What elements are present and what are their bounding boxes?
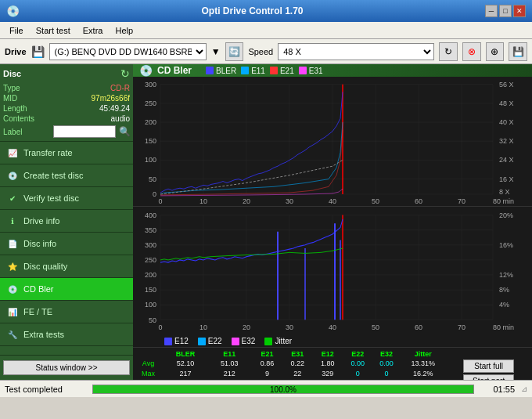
menu-help[interactable]: Help [109, 24, 139, 37]
legend-e22-dot [198, 338, 206, 345]
stats-buttons: Start full Start part [445, 359, 532, 380]
sidebar-item-fe-te[interactable]: 📊 FE / TE [0, 301, 133, 323]
maximize-button[interactable]: □ [499, 5, 512, 17]
stats-header-empty [133, 349, 164, 359]
svg-text:70: 70 [458, 323, 466, 331]
stats-avg-bler: 52.10 [164, 359, 207, 369]
minimize-button[interactable]: ─ [485, 5, 498, 17]
progress-label: 100.0% [93, 385, 473, 395]
transfer-rate-icon: 📈 [6, 146, 19, 159]
statusbar: Test completed 100.0% 01:55 ⊿ [0, 380, 532, 397]
stats-header-jitter: Jitter [401, 349, 445, 359]
disc-refresh-icon[interactable]: ↻ [120, 67, 130, 80]
disc-type-value: CD-R [110, 84, 130, 92]
svg-text:60: 60 [415, 323, 422, 331]
speed-select[interactable]: 48 X 4 X 8 X 16 X 24 X 32 X 40 X [278, 43, 434, 60]
disc-label-icon[interactable]: 🔍 [119, 126, 131, 137]
svg-text:100: 100 [145, 156, 156, 164]
menu-extra[interactable]: Extra [77, 24, 110, 37]
speed-refresh-button[interactable]: ↻ [439, 42, 458, 61]
status-window-button[interactable]: Status window >> [3, 360, 130, 375]
disc-quality-icon: ⭐ [6, 260, 19, 273]
stats-header-e21: E21 [251, 349, 283, 359]
svg-text:8 X: 8 X [499, 188, 510, 196]
action-button[interactable]: ⊕ [486, 42, 505, 61]
sidebar-item-extra-tests-label: Extra tests [23, 330, 64, 339]
legend-e22-label: E22 [208, 337, 222, 345]
svg-text:16%: 16% [499, 240, 513, 248]
chart-disc-icon: 💿 [139, 64, 153, 77]
extra-tests-icon: 🔧 [6, 328, 19, 341]
stats-header-e32: E32 [372, 349, 401, 359]
stats-table: BLER E11 E21 E31 E12 E22 E32 Jitter Avg [133, 349, 532, 380]
sidebar: Disc ↻ Type CD-R MID 97m26s66f Length 45… [0, 64, 133, 380]
legend-e31-label: E31 [309, 67, 323, 75]
legend-e21: E21 [270, 67, 294, 75]
sidebar-item-disc-quality[interactable]: ⭐ Disc quality [0, 255, 133, 278]
sidebar-item-verify-test-disc[interactable]: ✔ Verify test disc [0, 187, 133, 210]
stats-max-bler: 217 [164, 369, 207, 379]
save-button[interactable]: 💾 [509, 42, 527, 61]
chart-title: CD Bler [157, 65, 192, 76]
svg-text:350: 350 [145, 226, 156, 233]
disc-info-icon: 📄 [6, 237, 19, 250]
svg-text:0: 0 [158, 197, 162, 205]
svg-text:50: 50 [372, 323, 379, 331]
stats-header-actions [445, 349, 532, 359]
sidebar-item-disc-info-label: Disc info [23, 239, 56, 248]
svg-text:48 X: 48 X [499, 99, 514, 107]
sidebar-item-disc-info[interactable]: 📄 Disc info [0, 233, 133, 255]
stats-total-e31: 593 [283, 378, 312, 380]
disc-label-input[interactable] [53, 125, 116, 138]
stats-avg-e11: 51.03 [207, 359, 251, 369]
progress-bar: 100.0% [92, 385, 474, 394]
window-controls: ─ □ ✕ [485, 5, 526, 17]
svg-text:50: 50 [149, 316, 156, 323]
svg-text:80 min: 80 min [493, 323, 514, 331]
disc-panel-title: Disc [3, 69, 21, 78]
svg-text:40 X: 40 X [499, 118, 514, 126]
drive-refresh-button[interactable]: 🔄 [225, 42, 244, 61]
menu-file[interactable]: File [3, 24, 30, 37]
nav-items: 📈 Transfer rate 💿 Create test disc ✔ Ver… [0, 142, 133, 346]
stats-header-e11: E11 [207, 349, 251, 359]
erase-button[interactable]: ⊗ [462, 42, 481, 61]
disc-type-label: Type [3, 84, 50, 92]
top-chart: 300 250 200 150 100 50 0 56 X 48 X 40 X … [133, 77, 532, 207]
svg-text:70: 70 [458, 197, 466, 205]
svg-text:200: 200 [145, 118, 156, 126]
charts-wrapper: 300 250 200 150 100 50 0 56 X 48 X 40 X … [133, 77, 532, 347]
legend-e12-label: E12 [174, 337, 189, 345]
sidebar-item-drive-info[interactable]: ℹ Drive info [0, 210, 133, 233]
sidebar-item-create-test-disc[interactable]: 💿 Create test disc [0, 164, 133, 187]
legend-bler: BLER [206, 67, 236, 75]
legend-e21-dot [270, 67, 278, 74]
stats-max-jitter: 16.2% [401, 369, 445, 379]
svg-text:20%: 20% [499, 211, 513, 219]
drive-arrow-icon: ▼ [211, 46, 221, 57]
legend-e11-label: E11 [251, 67, 265, 75]
close-button[interactable]: ✕ [513, 5, 526, 17]
start-full-button[interactable]: Start full [463, 359, 514, 373]
drive-select[interactable]: (G:) BENQ DVD DD DW1640 BSRB [49, 43, 207, 60]
sidebar-item-fe-te-label: FE / TE [23, 307, 52, 316]
svg-text:100: 100 [145, 301, 156, 309]
stats-total-e32: 0 [372, 378, 401, 380]
stats-max-e12: 329 [311, 369, 343, 379]
menu-start-test[interactable]: Start test [30, 24, 77, 37]
svg-text:60: 60 [415, 197, 422, 205]
sidebar-item-transfer-rate[interactable]: 📈 Transfer rate [0, 142, 133, 164]
disc-label-label: Label [3, 128, 50, 136]
drive-icon: 💾 [31, 45, 45, 58]
disc-contents-value: audio [111, 114, 130, 123]
sidebar-item-cd-bler[interactable]: 💿 CD Bler [0, 278, 133, 301]
drive-info-icon: ℹ [6, 215, 19, 227]
stats-total-e11: 140273 [207, 378, 251, 380]
svg-text:50: 50 [149, 175, 156, 183]
create-test-disc-icon: 💿 [6, 169, 19, 182]
bottom-legend: E12 E22 E32 Jitter [133, 335, 532, 347]
time-text: 01:55 [483, 385, 515, 394]
sidebar-item-extra-tests[interactable]: 🔧 Extra tests [0, 323, 133, 346]
speed-label: Speed [248, 47, 273, 56]
start-part-button[interactable]: Start part [463, 374, 514, 380]
